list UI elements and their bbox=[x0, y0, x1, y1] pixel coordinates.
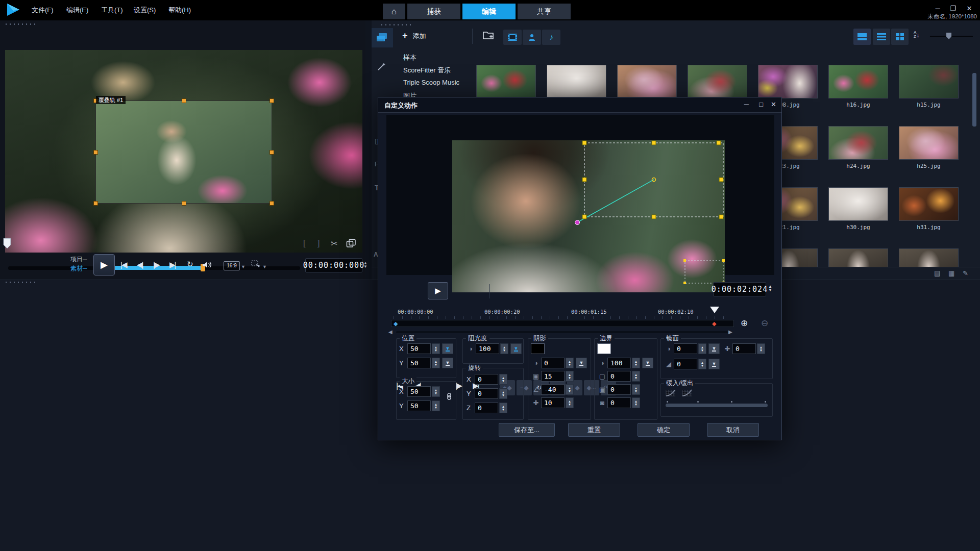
ease-in-curve-icon[interactable] bbox=[666, 389, 677, 397]
dialog-maximize-button[interactable]: □ bbox=[759, 101, 763, 108]
thumbnail-size-slider[interactable] bbox=[930, 36, 973, 37]
library-thumbnail[interactable] bbox=[758, 65, 818, 98]
border-softness-field[interactable]: 0 bbox=[607, 384, 631, 395]
motion-play-button[interactable]: ▶ bbox=[428, 282, 448, 299]
preview-timecode[interactable]: 00:00:00:000 bbox=[305, 258, 362, 272]
timecode-stepper[interactable]: ▲▼ bbox=[363, 261, 368, 268]
overlay-handle[interactable] bbox=[182, 98, 186, 103]
motion-timecode-stepper[interactable]: ▲▼ bbox=[768, 285, 772, 292]
library-thumbnail[interactable] bbox=[899, 187, 959, 221]
size-y-field[interactable]: 50 bbox=[407, 400, 431, 411]
view-detail-button[interactable] bbox=[853, 29, 871, 45]
panel-drag-handle[interactable] bbox=[4, 281, 37, 284]
stepper[interactable]: ▲▼ bbox=[632, 397, 640, 408]
size-x-field[interactable]: 50 bbox=[407, 386, 431, 397]
ok-button[interactable]: 确定 bbox=[638, 423, 690, 437]
reset-button[interactable]: 重置 bbox=[568, 423, 620, 437]
motion-playhead[interactable] bbox=[710, 307, 719, 313]
preview-video-area[interactable]: 覆叠轨 #1 bbox=[5, 50, 362, 253]
library-thumbnail[interactable] bbox=[828, 126, 888, 160]
stepper[interactable]: ▲▼ bbox=[632, 358, 640, 368]
border-opacity-field[interactable]: 100 bbox=[607, 358, 631, 368]
menu-edit[interactable]: 编辑(E) bbox=[66, 6, 88, 15]
window-restore-button[interactable]: ❐ bbox=[948, 5, 958, 13]
window-minimize-button[interactable]: ─ bbox=[933, 5, 942, 13]
overlay-handle[interactable] bbox=[93, 201, 98, 206]
mark-out-button[interactable]: ] bbox=[317, 239, 320, 248]
border-ease-button[interactable]: ▼ bbox=[642, 358, 653, 368]
motion-zoom-in-icon[interactable]: ⊕ bbox=[741, 318, 748, 329]
prev-frame-button[interactable]: ◀| bbox=[137, 260, 142, 269]
stepper[interactable]: ▲▼ bbox=[566, 371, 574, 382]
preview-overlay-selection[interactable] bbox=[95, 101, 272, 204]
opacity-field[interactable]: 100 bbox=[476, 343, 499, 354]
mirror-fade-field[interactable]: 0 bbox=[674, 359, 697, 369]
menu-settings[interactable]: 设置(S) bbox=[134, 6, 156, 15]
next-frame-button[interactable]: |▶ bbox=[153, 260, 159, 269]
rotation-z-field[interactable]: 0 bbox=[475, 403, 498, 413]
border-size-field[interactable]: 0 bbox=[607, 371, 631, 382]
library-thumbnail[interactable] bbox=[828, 65, 888, 98]
library-category-samples[interactable]: 样本 bbox=[403, 53, 416, 62]
stepper[interactable]: ▲▼ bbox=[632, 371, 640, 382]
mirror-fade-ease-button[interactable]: ▼ bbox=[708, 359, 720, 369]
size-link-icon[interactable] bbox=[446, 392, 453, 400]
stepper[interactable]: ▲▼ bbox=[757, 343, 765, 354]
stepper[interactable]: ▲▼ bbox=[499, 403, 507, 413]
motion-scrollbar[interactable] bbox=[396, 331, 728, 333]
window-close-button[interactable]: ✕ bbox=[965, 5, 974, 13]
filter-photo-button[interactable] bbox=[523, 30, 541, 45]
selection-dropdown-icon[interactable]: ▼ bbox=[262, 264, 267, 269]
stepper[interactable]: ▲▼ bbox=[566, 384, 574, 395]
stepper[interactable]: ▲▼ bbox=[698, 359, 706, 369]
mirror-opacity-field[interactable]: 0 bbox=[674, 343, 697, 354]
sort-az-button[interactable]: AZ↓ bbox=[914, 31, 920, 39]
stepper[interactable]: ▲▼ bbox=[566, 397, 574, 408]
dialog-preview-image[interactable] bbox=[452, 140, 725, 292]
keyframe-track[interactable]: ◆ ◆ bbox=[391, 320, 734, 327]
library-edit-icon[interactable]: ✎ bbox=[963, 269, 968, 277]
motion-scroll-right[interactable]: ▶ bbox=[728, 329, 732, 335]
motion-ruler[interactable]: 00:00:00:00 00:00:00:20 00:00:01:15 00:0… bbox=[394, 308, 730, 319]
play-button[interactable]: ▶ bbox=[93, 254, 115, 276]
tab-capture[interactable]: 捕获 bbox=[407, 4, 460, 19]
position-y-ease-button[interactable]: ▼ bbox=[442, 358, 453, 368]
library-thumbnail[interactable] bbox=[476, 65, 536, 98]
filter-video-button[interactable] bbox=[503, 30, 522, 45]
library-columns-icon[interactable]: ▦ bbox=[948, 269, 954, 277]
library-thumbnail[interactable] bbox=[899, 126, 959, 160]
go-start-button[interactable]: |◀ bbox=[120, 260, 126, 269]
split-clip-icon[interactable]: ✂ bbox=[331, 239, 337, 248]
stepper[interactable]: ▲▼ bbox=[566, 358, 574, 368]
rotation-y-field[interactable]: 0 bbox=[475, 388, 498, 399]
overlay-handle[interactable] bbox=[93, 150, 98, 155]
stepper[interactable]: ▲▼ bbox=[632, 384, 640, 395]
import-media-icon[interactable] bbox=[483, 31, 495, 41]
panel-drag-handle[interactable] bbox=[380, 23, 412, 26]
aspect-ratio-selector[interactable]: 16:9 bbox=[224, 261, 240, 270]
easing-slider[interactable] bbox=[666, 404, 768, 407]
rotation-x-field[interactable]: 0 bbox=[475, 374, 498, 385]
sidebar-media-button[interactable] bbox=[372, 28, 393, 47]
motion-scroll-left[interactable]: ◀ bbox=[388, 329, 393, 335]
mark-in-button[interactable]: [ bbox=[303, 239, 305, 248]
mode-clip-label[interactable]: 素材─ bbox=[70, 264, 87, 273]
slider-handle[interactable] bbox=[946, 33, 951, 39]
stepper[interactable]: ▲▼ bbox=[698, 343, 706, 354]
stepper[interactable]: ▲▼ bbox=[432, 343, 440, 354]
view-thumbnail-button[interactable] bbox=[891, 29, 909, 45]
mirror-ease-button[interactable]: ▼ bbox=[708, 343, 720, 354]
overlay-handle[interactable] bbox=[270, 98, 274, 103]
stepper[interactable]: ▲▼ bbox=[499, 374, 507, 385]
library-category-scorefitter[interactable]: ScoreFitter 音乐 bbox=[403, 66, 451, 75]
overlay-handle[interactable] bbox=[270, 201, 274, 206]
stepper[interactable]: ▲▼ bbox=[432, 400, 440, 411]
position-y-field[interactable]: 50 bbox=[407, 358, 431, 368]
menu-tools[interactable]: 工具(T) bbox=[101, 6, 123, 15]
position-x-field[interactable]: 50 bbox=[407, 343, 431, 354]
library-thumbnail[interactable] bbox=[688, 65, 747, 98]
library-thumbnail[interactable] bbox=[828, 187, 888, 221]
dialog-titlebar[interactable]: 自定义动作 ─ □ ✕ bbox=[378, 97, 781, 113]
menu-file[interactable]: 文件(F) bbox=[32, 6, 54, 15]
border-color-swatch[interactable] bbox=[597, 343, 611, 354]
